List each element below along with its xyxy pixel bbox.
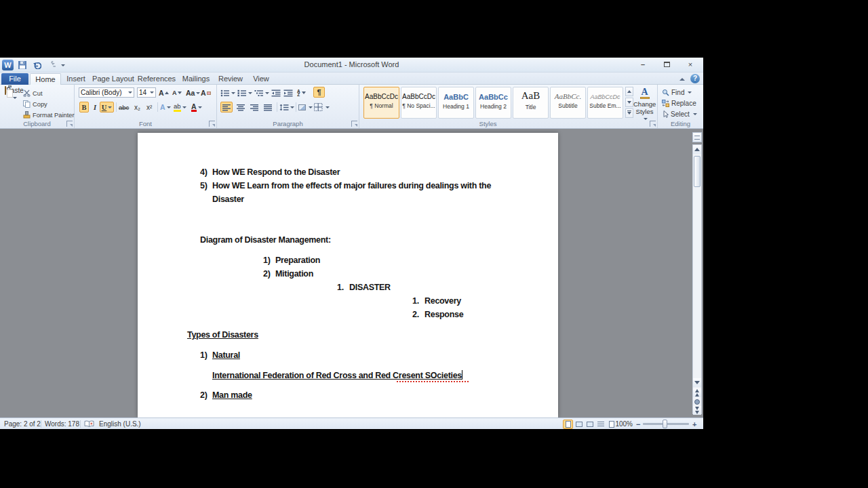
zoom-in-button[interactable]: + [692,420,696,428]
font-family-combo[interactable]: Calibri (Body) [79,87,134,98]
styles-scroll-down-button[interactable] [625,98,633,107]
style-heading-2[interactable]: AaBbCc Heading 2 [475,87,511,119]
word-count[interactable]: Words: 178 [45,420,79,428]
select-button[interactable]: Select [662,109,697,119]
decrease-indent-button[interactable] [271,87,281,98]
font-dialog-launcher[interactable] [209,121,215,127]
increase-indent-button[interactable] [283,87,293,98]
doc-line-disaster[interactable]: 1.DISASTER [337,282,391,293]
tab-home[interactable]: Home [30,73,61,85]
zoom-slider[interactable] [643,423,689,425]
zoom-slider-thumb[interactable] [663,420,667,428]
tab-view[interactable]: View [247,73,275,85]
clear-formatting-button[interactable]: A [201,87,211,98]
scrollbar-thumb[interactable] [694,156,701,187]
find-button[interactable]: Find [662,87,692,97]
style-title[interactable]: AaB Title [513,87,549,119]
text-cursor [462,370,462,380]
maximize-button[interactable] [658,59,675,69]
align-left-button[interactable] [220,102,233,113]
minimize-button[interactable]: – [634,59,652,69]
clipboard-dialog-launcher[interactable] [66,121,73,127]
align-right-button[interactable] [248,102,260,113]
bullets-button[interactable] [220,87,235,98]
highlight-color-button[interactable]: ab [174,102,186,113]
replace-button[interactable]: Replace [662,98,696,108]
proofing-status-button[interactable] [84,420,94,428]
bold-button[interactable]: B [79,102,89,113]
document-page[interactable]: 4)How WE Respond to the Disaster 5)How W… [138,133,558,418]
select-browse-object-button[interactable] [694,399,700,405]
vertical-scrollbar[interactable] [692,144,702,414]
change-case-button[interactable]: Aa [186,87,200,98]
doc-line-types-heading[interactable]: Types of Disasters [187,329,258,340]
tab-page-layout[interactable]: Page Layout [91,73,136,85]
doc-line-natural[interactable]: 1)Natural [200,350,240,361]
close-button[interactable]: × [682,59,699,69]
paragraph-dialog-launcher[interactable] [351,121,357,127]
cut-button[interactable]: Cut [23,88,42,98]
format-painter-button[interactable]: Format Painter [23,110,74,120]
web-layout-view-button[interactable] [585,420,595,429]
doc-line-man-made[interactable]: 2)Man made [200,390,252,401]
tab-references[interactable]: References [136,73,178,85]
underline-button[interactable]: U [100,102,114,113]
print-layout-view-button[interactable] [563,420,573,429]
doc-line-federation[interactable]: International Federation of Red Cross an… [212,370,462,381]
zoom-out-button[interactable]: − [636,420,640,428]
styles-scroll-up-button[interactable] [625,87,633,96]
paste-button[interactable]: Paste [4,87,24,125]
doc-line-diagram-heading[interactable]: Diagram of Disaster Management: [200,235,331,245]
doc-line-4[interactable]: 4)How WE Respond to the Disaster [200,167,340,178]
text-effects-button[interactable]: A [160,102,171,113]
shrink-font-button[interactable]: A [172,87,182,98]
tab-mailings[interactable]: Mailings [178,73,214,85]
style-no-spacing[interactable]: AaBbCcDc ¶ No Spaci... [401,87,437,119]
page-indicator[interactable]: Page: 2 of 2 [4,420,41,428]
font-size-combo[interactable]: 14 [137,87,156,98]
grow-font-button[interactable]: A [159,87,169,98]
doc-line-5[interactable]: 5)How WE Learn from the effects of major… [200,180,491,191]
style-normal[interactable]: AaBbCcDc ¶ Normal [363,87,399,119]
subscript-button[interactable]: x₂ [134,102,140,113]
fullscreen-reading-view-button[interactable] [574,420,584,429]
doc-line-mitigation[interactable]: 2)Mitigation [263,268,313,279]
multilevel-list-button[interactable] [254,87,269,98]
copy-button[interactable]: Copy [23,99,47,109]
view-ruler-toggle-button[interactable] [692,132,702,142]
justify-button[interactable] [262,102,274,113]
tab-review[interactable]: Review [214,73,247,85]
scroll-up-button[interactable] [693,145,701,154]
borders-button[interactable] [314,102,330,113]
style-subtitle[interactable]: AaBbCc. Subtitle [550,87,586,119]
show-paragraph-marks-button[interactable]: ¶ [313,87,325,98]
tab-insert[interactable]: Insert [61,73,91,85]
font-color-button[interactable]: A [191,102,202,113]
strikethrough-button[interactable]: abc [119,102,129,113]
italic-button[interactable]: I [92,102,98,113]
styles-dialog-launcher[interactable] [650,121,656,127]
align-center-button[interactable] [235,102,247,113]
line-spacing-button[interactable] [279,102,294,113]
sort-button[interactable]: AZ [297,87,306,98]
style-heading-1[interactable]: AaBbC Heading 1 [438,87,474,119]
doc-line-5-cont[interactable]: Disaster [212,194,244,205]
scroll-down-button[interactable] [693,378,701,387]
tab-file[interactable]: File [1,73,28,85]
styles-more-button[interactable] [625,108,633,118]
shading-button[interactable] [298,102,313,113]
next-page-button[interactable] [693,406,701,415]
numbering-button[interactable] [237,87,252,98]
doc-line-response[interactable]: 2.Response [412,309,463,320]
outline-view-button[interactable] [595,420,606,429]
help-button[interactable]: ? [690,74,700,83]
doc-line-recovery[interactable]: 1.Recovery [412,296,461,306]
change-styles-button[interactable]: A Change Styles [633,87,656,119]
style-subtle-emphasis[interactable]: AaBbCcDc Subtle Em... [587,87,623,119]
previous-page-button[interactable] [693,388,701,397]
zoom-level[interactable]: 100% [612,420,633,428]
language-indicator[interactable]: English (U.S.) [99,420,141,428]
doc-line-preparation[interactable]: 1)Preparation [263,255,320,266]
minimize-ribbon-button[interactable] [677,75,687,83]
superscript-button[interactable]: x² [146,102,152,113]
